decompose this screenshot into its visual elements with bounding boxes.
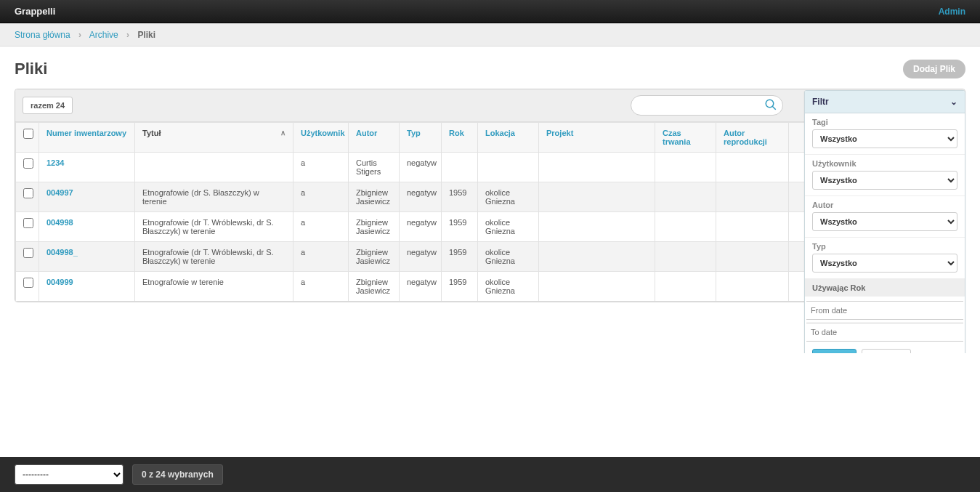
search-icon[interactable] [764,98,777,114]
row-type: negatyw [400,182,442,212]
row-project [539,212,655,242]
row-year [442,153,478,182]
row-inventory-link[interactable]: 004999 [46,278,73,286]
row-title: Etnografowie (dr T. Wróblewski, dr S. Bł… [135,242,293,272]
row-title: Etnografowie w terenie [135,272,293,302]
row-title: Etnografowie (dr S. Błaszczyk) w terenie [135,182,293,212]
breadcrumb-home[interactable]: Strona główna [15,30,70,40]
row-project [539,272,655,302]
filter-tags-select[interactable]: Wszystko [812,129,957,148]
svg-point-0 [766,100,774,108]
row-inventory-link[interactable]: 004997 [46,188,73,197]
search-wrapper [631,95,783,116]
col-repro[interactable]: Autor reprodukcji [724,129,767,146]
row-year: 1959 [442,242,478,272]
col-title: Tytuł [142,129,161,137]
row-location [478,153,539,182]
row-duration [655,212,716,242]
col-duration[interactable]: Czas trwania [663,129,691,146]
row-type: negatyw [400,212,442,242]
filter-title: Filtr [812,97,829,107]
row-location: okolice Gniezna [478,182,539,212]
row-repro [716,153,789,182]
row-duration [655,153,716,182]
row-project [539,242,655,272]
row-year: 1959 [442,212,478,242]
col-title-header[interactable]: Tytuł∧ [135,123,293,153]
filter-to-date[interactable] [806,323,963,342]
filter-type-label: Typ [812,242,957,251]
count-badge: razem 24 [23,97,73,114]
filter-user-label: Użytkownik [812,159,957,168]
row-author: Zbigniew Jasiewicz [349,242,400,272]
filter-type-select[interactable]: Wszystko [812,254,957,273]
select-all-checkbox[interactable] [23,129,33,139]
row-user: a [293,242,349,272]
row-project [539,153,655,182]
sort-asc-icon: ∧ [280,129,286,137]
row-author: Zbigniew Jasiewicz [349,212,400,242]
col-project[interactable]: Projekt [546,129,573,137]
filter-search-button[interactable]: Szukaj [812,349,857,353]
row-user: a [293,182,349,212]
row-author: Zbigniew Jasiewicz [349,272,400,302]
breadcrumb-current: Pliki [137,30,155,40]
filter-author-label: Autor [812,201,957,209]
col-location[interactable]: Lokacja [485,129,515,137]
row-inventory-link[interactable]: 1234 [46,158,64,167]
row-type: negatyw [400,242,442,272]
row-author: Curtis Stigers [349,153,400,182]
filter-author-select[interactable]: Wszystko [812,212,957,231]
col-author[interactable]: Autor [356,129,377,137]
col-year[interactable]: Rok [449,129,464,137]
row-duration [655,182,716,212]
row-user: a [293,212,349,242]
row-type: negatyw [400,153,442,182]
filter-clear-button[interactable]: Wyczyść [862,349,911,353]
chevron-right-icon: › [126,30,129,40]
title-bar: Pliki Dodaj Plik [0,47,980,89]
row-checkbox[interactable] [23,248,33,258]
col-type[interactable]: Typ [407,129,421,137]
row-duration [655,272,716,302]
add-file-button[interactable]: Dodaj Plik [903,60,965,78]
top-bar: Grappelli Admin [0,0,980,23]
row-repro [716,212,789,242]
filter-from-date[interactable] [806,301,963,320]
page-title: Pliki [15,60,47,78]
select-all-header [16,123,39,153]
row-user: a [293,153,349,182]
row-user: a [293,272,349,302]
row-type: negatyw [400,272,442,302]
brand: Grappelli [15,6,55,17]
row-location: okolice Gniezna [478,272,539,302]
row-year: 1959 [442,272,478,302]
search-input[interactable] [631,95,783,116]
svg-line-1 [772,106,776,110]
row-duration [655,242,716,272]
chevron-right-icon: › [78,30,81,40]
filter-user-select[interactable]: Wszystko [812,171,957,190]
row-checkbox[interactable] [23,278,33,288]
user-link[interactable]: Admin [939,7,965,17]
breadcrumb-archive[interactable]: Archive [89,30,118,40]
filter-header[interactable]: Filtr ⌄ [805,91,965,113]
row-author: Zbigniew Jasiewicz [349,182,400,212]
row-checkbox[interactable] [23,218,33,228]
filter-panel: Filtr ⌄ Tagi Wszystko Użytkownik Wszystk… [804,90,965,353]
col-inventory[interactable]: Numer inwentarzowy [46,129,126,137]
row-title [135,153,293,182]
row-checkbox[interactable] [23,188,33,198]
col-user[interactable]: Użytkownik [301,129,345,137]
row-project [539,182,655,212]
row-repro [716,182,789,212]
row-repro [716,272,789,302]
row-inventory-link[interactable]: 004998_ [46,248,78,257]
row-inventory-link[interactable]: 004998 [46,218,73,227]
filter-date-header: Używając Rok [805,279,965,297]
row-title: Etnografowie (dr T. Wróblewski, dr S. Bł… [135,212,293,242]
row-location: okolice Gniezna [478,242,539,272]
row-checkbox[interactable] [23,158,33,169]
filter-tags-label: Tagi [812,118,957,126]
chevron-down-icon: ⌄ [950,97,957,107]
